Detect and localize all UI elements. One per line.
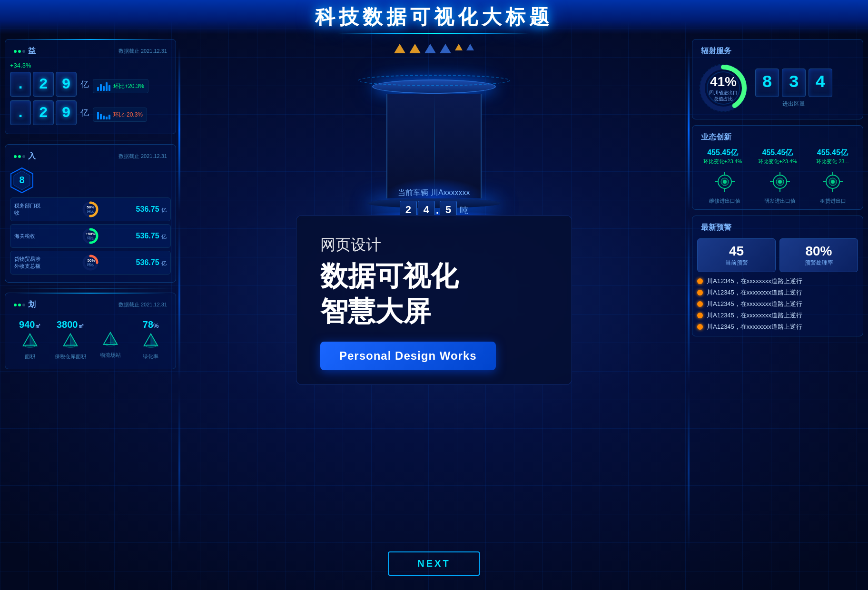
alert-dot-3 [697,301,703,307]
bv-main-1: 455.45亿 [697,148,748,158]
planning-header: 划 数据截止 2021.12.31 [10,298,171,312]
arrow-orange-1 [394,44,405,53]
hologram-area: 当前车辆 川Axxxxxxx 2 4 . 5 吨 [181,34,687,234]
digit-2: 2 [33,72,54,97]
ps-value-3 [90,319,131,329]
alerts-title: 最新预警 [701,223,731,233]
plan-stat-4: 78% 绿化率 [131,319,171,360]
tax-value-1: 536.75 [136,205,159,213]
bar [97,87,99,91]
rad-digits: 8 3 4 [755,69,832,97]
mini-bars2 [97,110,110,119]
divider2 [5,288,176,289]
digit-dot: . [10,72,31,97]
unit1: 亿 [80,79,89,90]
ps-label-3: 物流场站 [90,352,131,359]
plan-stat-2: 3800㎡ 保税仓库面积 [50,319,91,360]
dot8 [18,304,21,306]
bv-label-2: 研发进出口值 [764,197,796,205]
alert-text-2: 川A12345，在xxxxxxxx道路上逆行 [707,288,802,297]
digit-2b: 2 [33,100,54,125]
dot1 [14,50,17,53]
next-button[interactable]: NEXT [388,551,480,576]
vd-unit: 吨 [460,205,468,216]
svg-point-53 [831,180,835,184]
vert-bar-l2 [178,217,180,382]
arrow-orange-3 [455,44,463,50]
center-panel: 当前车辆 川Axxxxxxx 2 4 . 5 吨 网页设计 数据可视化 智慧大屏… [181,34,687,590]
bv-main-2: 455.45亿 [752,148,803,158]
left-panel: 益 数据截止 2021.12.31 +34.3% . 2 9 亿 [0,34,181,590]
vehicle-label: 当前车辆 川Axxxxxxx [367,188,501,198]
bv-icon-item-1: 维修进出口值 [709,170,740,205]
tax-row-2: 海关税收 +50% 环比 536.75 亿 [10,224,171,248]
donut-sublabel: 四川省进出口总值占比 [709,89,738,102]
ring-deco [358,75,510,86]
alert-count-label: 当前预警 [702,259,770,267]
alert-item-4: 川A12345，在xxxxxxxx道路上逆行 [697,311,858,320]
donut-label: 41% 四川省进出口总值占比 [697,62,750,114]
benefit-title: 益 [28,46,36,56]
alert-stats: 45 当前预警 80% 预警处理率 [697,238,858,272]
dot9 [22,304,25,306]
revenue-title: 入 [28,151,36,161]
revenue-section: 入 数据截止 2021.12.31 8 税务部门税收 50% 环比 [5,144,176,283]
dot4 [14,155,17,158]
bar [103,86,105,91]
donut-mini-2: +50% 环比 [82,227,99,245]
revenue-header: 入 数据截止 2021.12.31 [10,149,171,163]
dot3 [22,50,25,53]
digit-row2: . 2 9 亿 [10,100,89,125]
donut-percent: 41% [710,74,737,89]
tax-label-1: 税务部门税收 [14,202,45,216]
bv-icon-3 [821,170,845,194]
revenue-date: 数据截止 2021.12.31 [118,153,167,160]
benefit-section: 益 数据截止 2021.12.31 +34.3% . 2 9 亿 [5,39,176,134]
donut-mini-1: 50% 环比 [82,201,99,218]
bar [106,117,108,119]
tax-value-2: 536.75 [136,232,159,240]
bv-change-3: 环比变化 23... [807,158,858,165]
arrow-orange-2 [409,44,421,53]
divider1 [5,140,176,140]
hex-icon: 8 [10,167,34,194]
ps-value-4: 78% [131,319,171,330]
bv-item-3: 455.45亿 环比变化 23... [807,148,858,165]
card-sub: 网页设计 [320,235,548,256]
dot6 [22,155,25,158]
digit-9b: 9 [56,100,77,125]
rad-digit-3: 3 [782,69,806,97]
digit-row1: . 2 9 亿 [10,72,89,97]
alerts-section: 最新预警 45 当前预警 80% 预警处理率 川A12345，在xxxxxxxx… [692,216,863,336]
bar [97,112,99,119]
planning-date: 数据截止 2021.12.31 [118,301,167,308]
alert-list: 川A12345，在xxxxxxxx道路上逆行 川A12345，在xxxxxxxx… [697,277,858,331]
alert-count-box: 45 当前预警 [697,238,776,272]
arrow-blue-1 [424,44,436,53]
radiation-sub: 进出区量 [755,100,832,108]
bv-change-2: 环比变化+23.4% [752,158,803,165]
bv-icon-item-3: 租赁进出口 [820,170,846,205]
alert-rate-label: 预警处理率 [785,259,853,267]
planning-section: 划 数据截止 2021.12.31 940㎡ 面积 3800㎡ [5,293,176,369]
personal-works-button[interactable]: Personal Design Works [320,342,496,370]
benefit-row1: . 2 9 亿 环比+20.3% [10,72,171,100]
center-card: 网页设计 数据可视化 智慧大屏 Personal Design Works [296,215,572,385]
alert-rate: 80% [785,244,853,259]
benefit-date: 数据截止 2021.12.31 [118,48,167,55]
revenue-dots [14,155,25,158]
vert-bar-r1 [688,48,690,212]
svg-point-46 [778,180,782,184]
bv-label-1: 维修进出口值 [709,197,740,205]
bv-item-1: 455.45亿 环比变化+23.4% [697,148,748,165]
change1: 环比+20.3% [113,82,144,90]
tax-value-3: 536.75 [136,258,159,266]
tax-unit-3: 亿 [161,260,167,266]
alert-text-4: 川A12345，在xxxxxxxx道路上逆行 [707,311,802,320]
ps-value-1: 940㎡ [10,319,50,330]
alert-text-3: 川A12345，在xxxxxxxx道路上逆行 [707,300,802,308]
planning-title: 划 [28,300,36,310]
bv-icons: 维修进出口值 研发进出口值 [697,170,858,205]
vert-bar-r3 [688,388,690,552]
donut-mini-3: -50% 环比 [82,254,99,271]
